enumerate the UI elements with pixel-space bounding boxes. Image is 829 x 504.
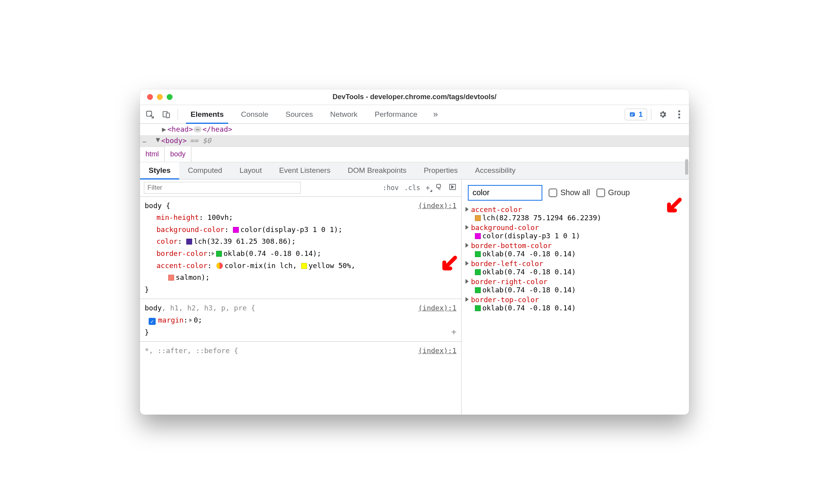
add-declaration-button[interactable]: +	[451, 325, 456, 339]
subtab-dom-breakpoints[interactable]: DOM Breakpoints	[339, 162, 415, 179]
settings-gear-icon[interactable]	[655, 107, 670, 122]
dom-node-body[interactable]: ▶ <body> == $0	[140, 135, 689, 147]
color-swatch-icon[interactable]	[475, 287, 481, 293]
color-swatch-icon[interactable]	[475, 215, 481, 221]
expand-icon[interactable]	[465, 279, 469, 284]
color-swatch-icon[interactable]	[233, 227, 239, 233]
computed-prop-name: accent-color	[471, 205, 522, 214]
window-close-button[interactable]	[147, 94, 153, 100]
computed-property[interactable]: border-bottom-coloroklab(0.74 -0.18 0.14…	[465, 241, 685, 259]
dom-scrollbar[interactable]	[685, 124, 688, 147]
rule-selector[interactable]: body {	[145, 200, 170, 212]
computed-prop-name: border-bottom-color	[471, 241, 552, 250]
paint-flashing-icon[interactable]	[434, 183, 444, 192]
subtab-layout[interactable]: Layout	[231, 162, 271, 179]
decl-margin[interactable]: ✓margin:0;	[145, 314, 456, 326]
color-swatch-icon[interactable]	[475, 233, 481, 239]
issues-icon	[629, 111, 636, 118]
color-swatch-icon[interactable]	[475, 251, 481, 257]
rule-source-link[interactable]: (index):1	[418, 302, 456, 314]
rule-selector[interactable]: *, ::after, ::before {	[145, 345, 238, 357]
svg-rect-2	[166, 113, 169, 118]
issues-badge[interactable]: 1	[625, 109, 647, 120]
computed-property[interactable]: border-left-coloroklab(0.74 -0.18 0.14)	[465, 259, 685, 277]
subtab-styles[interactable]: Styles	[140, 162, 179, 179]
computed-prop-value: oklab(0.74 -0.18 0.14)	[482, 304, 576, 312]
expand-shorthand-icon[interactable]	[212, 252, 215, 256]
decl-enabled-checkbox[interactable]: ✓	[149, 318, 156, 325]
main-tabs: Elements Console Sources Network Perform…	[182, 105, 426, 123]
more-tabs-icon[interactable]: »	[427, 109, 443, 120]
hov-toggle[interactable]: :hov	[382, 184, 400, 192]
tab-performance[interactable]: Performance	[366, 105, 426, 123]
computed-property[interactable]: accent-colorlch(82.7238 75.1294 66.2239)	[465, 205, 685, 223]
subtab-computed[interactable]: Computed	[179, 162, 231, 179]
tab-elements[interactable]: Elements	[182, 105, 232, 123]
rule-source-link[interactable]: (index):1	[418, 200, 456, 212]
styles-pane: :hov .cls +◢ body { (index):1	[140, 179, 462, 415]
expand-icon[interactable]	[465, 207, 469, 212]
window-zoom-button[interactable]	[167, 94, 173, 100]
color-swatch-icon[interactable]	[168, 275, 174, 281]
svg-point-5	[678, 110, 680, 112]
subtab-properties[interactable]: Properties	[415, 162, 467, 179]
subtab-accessibility[interactable]: Accessibility	[466, 162, 524, 179]
computed-property[interactable]: background-colorcolor(display-p3 1 0 1)	[465, 223, 685, 241]
rule-selector[interactable]: body, h1, h2, h3, p, pre {	[145, 302, 255, 314]
dom-eq0: == $0	[190, 135, 211, 147]
color-swatch-icon[interactable]	[186, 239, 192, 245]
device-toggle-icon[interactable]	[159, 107, 174, 122]
computed-filter-input[interactable]	[468, 185, 542, 201]
window-minimize-button[interactable]	[157, 94, 163, 100]
styles-filter-input[interactable]	[144, 182, 301, 194]
rule-close: }	[145, 326, 456, 339]
styles-rules[interactable]: body { (index):1 min-height: 100vh; back…	[140, 197, 461, 415]
computed-pane: Show all Group accent-colorlch(82.7238 7…	[462, 179, 689, 415]
expand-icon[interactable]	[465, 225, 469, 230]
subtab-event-listeners[interactable]: Event Listeners	[271, 162, 339, 179]
computed-property[interactable]: border-top-coloroklab(0.74 -0.18 0.14)	[465, 295, 685, 313]
new-rule-button[interactable]: +◢	[425, 184, 431, 192]
decl-color[interactable]: color: lch(32.39 61.25 308.86);	[145, 236, 456, 248]
expand-shorthand-icon[interactable]	[189, 318, 192, 322]
decl-background-color[interactable]: background-color: color(display-p3 1 0 1…	[145, 224, 456, 236]
computed-properties-list[interactable]: accent-colorlch(82.7238 75.1294 66.2239)…	[462, 205, 689, 415]
collapse-ellipsis-icon[interactable]: ⋯	[194, 126, 202, 132]
expand-icon[interactable]	[465, 243, 469, 248]
crumb-body[interactable]: body	[164, 147, 191, 162]
dom-node-head[interactable]: ▶ <head> ⋯ </head>	[140, 124, 689, 135]
tab-network[interactable]: Network	[322, 105, 366, 123]
decl-min-height[interactable]: min-height: 100vh;	[145, 212, 456, 224]
rule-source-link[interactable]: (index):1	[418, 345, 456, 357]
inspect-icon[interactable]	[142, 107, 157, 122]
crumb-html[interactable]: html	[140, 147, 164, 162]
dom-tree[interactable]: ⋯ ▶ <head> ⋯ </head> ▶ <body> == $0	[140, 124, 689, 147]
computed-prop-name: border-left-color	[471, 259, 543, 268]
group-checkbox[interactable]: Group	[596, 188, 630, 197]
decl-accent-color[interactable]: accent-color: color-mix(in lch, yellow 5…	[145, 260, 456, 284]
tab-console[interactable]: Console	[232, 105, 277, 123]
window-title: DevTools - developer.chrome.com/tags/dev…	[140, 93, 689, 101]
computed-panel-toggle-icon[interactable]	[448, 183, 457, 192]
devtools-toolbar: Elements Console Sources Network Perform…	[140, 105, 689, 124]
computed-toolbar: Show all Group	[462, 179, 689, 205]
color-swatch-icon[interactable]	[475, 269, 481, 275]
expand-icon[interactable]	[465, 261, 469, 266]
cls-toggle[interactable]: .cls	[404, 184, 421, 192]
svg-rect-4	[631, 115, 633, 116]
computed-prop-name: border-right-color	[471, 277, 547, 286]
color-swatch-icon[interactable]	[216, 251, 222, 257]
computed-property[interactable]: border-right-coloroklab(0.74 -0.18 0.14)	[465, 277, 685, 295]
rule-universal: *, ::after, ::before { (index):1	[140, 342, 461, 360]
tab-sources[interactable]: Sources	[277, 105, 322, 123]
rule-body-h1-etc: body, h1, h2, h3, p, pre { (index):1 ✓ma…	[140, 299, 461, 342]
show-all-checkbox[interactable]: Show all	[549, 188, 590, 197]
kebab-menu-icon[interactable]	[672, 107, 687, 122]
window-titlebar: DevTools - developer.chrome.com/tags/dev…	[140, 89, 689, 105]
color-swatch-icon[interactable]	[301, 263, 307, 269]
color-swatch-icon[interactable]	[475, 305, 481, 311]
color-mix-swatch-icon[interactable]	[216, 262, 223, 269]
decl-border-color[interactable]: border-color:oklab(0.74 -0.18 0.14);	[145, 248, 456, 260]
expand-icon[interactable]	[465, 297, 469, 302]
styles-toolbar: :hov .cls +◢	[140, 179, 461, 197]
